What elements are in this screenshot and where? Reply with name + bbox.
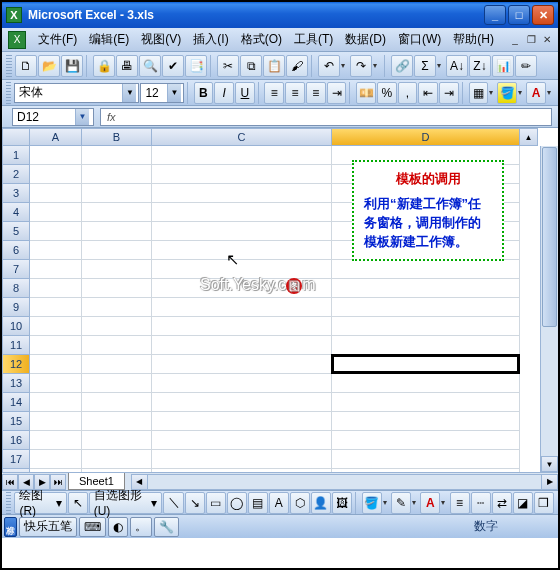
vertical-scrollbar[interactable]: ▼ bbox=[540, 146, 558, 472]
oval-button[interactable]: ◯ bbox=[227, 492, 247, 514]
diagram-button[interactable]: ⬡ bbox=[290, 492, 310, 514]
currency-button[interactable]: 💴 bbox=[356, 82, 376, 104]
close-button[interactable]: ✕ bbox=[532, 5, 554, 25]
italic-button[interactable]: I bbox=[214, 82, 234, 104]
wordart-button[interactable]: A bbox=[269, 492, 289, 514]
select-all-corner[interactable] bbox=[2, 128, 30, 146]
picture-button[interactable]: 🖼 bbox=[332, 492, 352, 514]
row-header[interactable]: 17 bbox=[2, 450, 30, 469]
font-color-draw-button[interactable]: A bbox=[420, 492, 440, 514]
hyperlink-button[interactable]: 🔗 bbox=[391, 55, 413, 77]
row-header[interactable]: 18 bbox=[2, 469, 30, 472]
sort-asc-button[interactable]: A↓ bbox=[446, 55, 468, 77]
select-objects-button[interactable]: ↖ bbox=[68, 492, 88, 514]
menu-insert[interactable]: 插入(I) bbox=[187, 31, 234, 48]
cut-button[interactable]: ✂ bbox=[217, 55, 239, 77]
formula-input[interactable]: fx bbox=[100, 108, 552, 126]
redo-button[interactable]: ↷ bbox=[350, 55, 372, 77]
row-header[interactable]: 16 bbox=[2, 431, 30, 450]
new-button[interactable]: 🗋 bbox=[15, 55, 37, 77]
arrow-button[interactable]: ↘ bbox=[185, 492, 205, 514]
borders-button[interactable]: ▦ bbox=[469, 82, 489, 104]
open-button[interactable]: 📂 bbox=[38, 55, 60, 77]
line-style-button[interactable]: ≡ bbox=[450, 492, 470, 514]
row-header[interactable]: 3 bbox=[2, 184, 30, 203]
toolbar-grip[interactable] bbox=[6, 55, 12, 77]
ime-punct-icon[interactable]: 。 bbox=[130, 517, 152, 537]
toolbar-grip[interactable] bbox=[6, 82, 11, 104]
autosum-button[interactable]: Σ bbox=[414, 55, 436, 77]
align-center-button[interactable]: ≡ bbox=[285, 82, 305, 104]
row-header[interactable]: 14 bbox=[2, 393, 30, 412]
font-name-combo[interactable]: 宋体 ▼ bbox=[14, 83, 139, 103]
row-header[interactable]: 11 bbox=[2, 336, 30, 355]
sort-desc-button[interactable]: Z↓ bbox=[469, 55, 491, 77]
dash-style-button[interactable]: ┄ bbox=[471, 492, 491, 514]
save-button[interactable]: 💾 bbox=[61, 55, 83, 77]
percent-button[interactable]: % bbox=[377, 82, 397, 104]
doc-restore-button[interactable]: ❐ bbox=[524, 33, 538, 47]
floating-textbox[interactable]: 模板的调用 利用“新建工作簿”任务窗格，调用制作的模板新建工作簿。 bbox=[352, 160, 504, 261]
dropdown-icon[interactable]: ▼ bbox=[75, 109, 89, 125]
line-color-button[interactable]: ✎ bbox=[391, 492, 411, 514]
row-header[interactable]: 13 bbox=[2, 374, 30, 393]
row-header[interactable]: 10 bbox=[2, 317, 30, 336]
drawing-toggle-button[interactable]: ✏ bbox=[515, 55, 537, 77]
fx-icon[interactable]: fx bbox=[101, 111, 122, 123]
doc-minimize-button[interactable]: _ bbox=[508, 33, 522, 47]
copy-button[interactable]: ⧉ bbox=[240, 55, 262, 77]
row-header[interactable]: 7 bbox=[2, 260, 30, 279]
tab-nav-next[interactable]: ▶ bbox=[34, 474, 50, 490]
name-box[interactable]: D12 ▼ bbox=[12, 108, 94, 126]
ime-keyboard-icon[interactable]: ⌨ bbox=[79, 517, 106, 537]
col-header-C[interactable]: C bbox=[152, 128, 332, 146]
menu-edit[interactable]: 编辑(E) bbox=[83, 31, 135, 48]
autoshapes-menu[interactable]: 自选图形(U)▾ bbox=[89, 492, 163, 514]
line-button[interactable]: ＼ bbox=[163, 492, 183, 514]
scroll-left-button[interactable]: ◀ bbox=[132, 475, 148, 489]
doc-icon[interactable]: X bbox=[8, 31, 26, 49]
menu-help[interactable]: 帮助(H) bbox=[447, 31, 500, 48]
comma-button[interactable]: , bbox=[398, 82, 418, 104]
menu-tools[interactable]: 工具(T) bbox=[288, 31, 339, 48]
tab-nav-last[interactable]: ⏭ bbox=[50, 474, 66, 490]
dropdown-icon[interactable]: ▼ bbox=[167, 84, 181, 102]
merge-center-button[interactable]: ⇥ bbox=[327, 82, 347, 104]
col-header-B[interactable]: B bbox=[82, 128, 152, 146]
align-left-button[interactable]: ≡ bbox=[264, 82, 284, 104]
scroll-down-button[interactable]: ▼ bbox=[541, 456, 558, 472]
textbox-button[interactable]: ▤ bbox=[248, 492, 268, 514]
threed-button[interactable]: ❒ bbox=[534, 492, 554, 514]
row-header[interactable]: 9 bbox=[2, 298, 30, 317]
font-color-button[interactable]: A bbox=[526, 82, 546, 104]
row-header[interactable]: 1 bbox=[2, 146, 30, 165]
col-header-D[interactable]: D bbox=[332, 128, 520, 146]
ime-fullwidth-icon[interactable]: ◐ bbox=[108, 517, 128, 537]
row-header[interactable]: 15 bbox=[2, 412, 30, 431]
ime-softkbd-icon[interactable]: 🔧 bbox=[154, 517, 179, 537]
doc-close-button[interactable]: ✕ bbox=[540, 33, 554, 47]
menu-window[interactable]: 窗口(W) bbox=[392, 31, 447, 48]
increase-indent-button[interactable]: ⇥ bbox=[439, 82, 459, 104]
row-header[interactable]: 8 bbox=[2, 279, 30, 298]
scroll-right-button[interactable]: ▶ bbox=[541, 475, 557, 489]
sheet-tab[interactable]: Sheet1 bbox=[68, 473, 125, 490]
menu-format[interactable]: 格式(O) bbox=[235, 31, 288, 48]
col-header-A[interactable]: A bbox=[30, 128, 82, 146]
clipart-button[interactable]: 👤 bbox=[311, 492, 331, 514]
row-header[interactable]: 4 bbox=[2, 203, 30, 222]
dropdown-icon[interactable]: ▼ bbox=[122, 84, 136, 102]
maximize-button[interactable]: □ bbox=[508, 5, 530, 25]
horizontal-scrollbar[interactable]: ◀ ▶ bbox=[131, 474, 558, 490]
row-header[interactable]: 5 bbox=[2, 222, 30, 241]
paste-button[interactable]: 📋 bbox=[263, 55, 285, 77]
row-header[interactable]: 12 bbox=[2, 355, 30, 374]
fill-color-button[interactable]: 🪣 bbox=[497, 82, 517, 104]
print-preview-button[interactable]: 🔍 bbox=[139, 55, 161, 77]
align-right-button[interactable]: ≡ bbox=[306, 82, 326, 104]
arrow-style-button[interactable]: ⇄ bbox=[492, 492, 512, 514]
format-painter-button[interactable]: 🖌 bbox=[286, 55, 308, 77]
spelling-button[interactable]: ✔ bbox=[162, 55, 184, 77]
scroll-up-button[interactable]: ▲ bbox=[520, 128, 538, 146]
rectangle-button[interactable]: ▭ bbox=[206, 492, 226, 514]
